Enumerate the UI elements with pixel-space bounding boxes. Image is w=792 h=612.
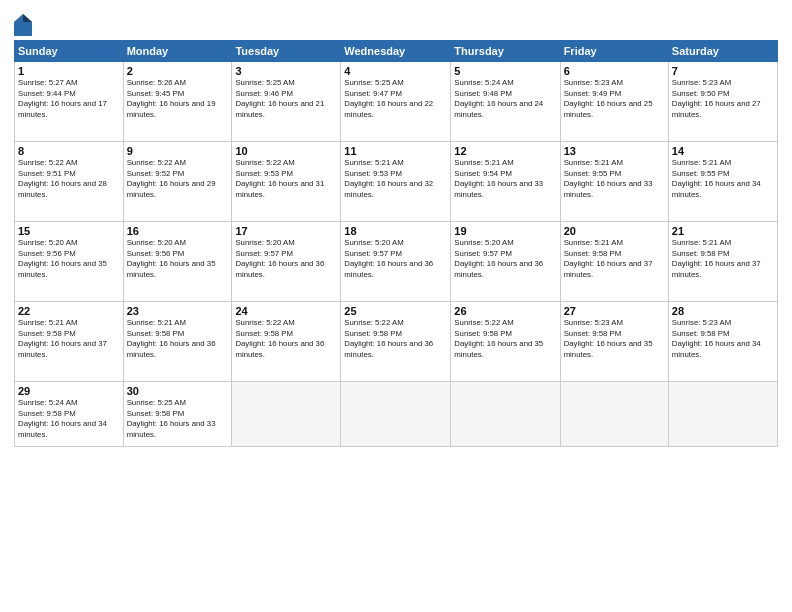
weekday-header-friday: Friday bbox=[560, 41, 668, 62]
day-info: Sunrise: 5:20 AMSunset: 9:57 PMDaylight:… bbox=[344, 238, 447, 280]
calendar-week-1: 1Sunrise: 5:27 AMSunset: 9:44 PMDaylight… bbox=[15, 62, 778, 142]
day-number: 27 bbox=[564, 305, 665, 317]
calendar-cell-5: 5Sunrise: 5:24 AMSunset: 9:48 PMDaylight… bbox=[451, 62, 560, 142]
day-info: Sunrise: 5:21 AMSunset: 9:55 PMDaylight:… bbox=[564, 158, 665, 200]
day-info: Sunrise: 5:22 AMSunset: 9:58 PMDaylight:… bbox=[454, 318, 556, 360]
calendar-cell-25: 25Sunrise: 5:22 AMSunset: 9:58 PMDayligh… bbox=[341, 302, 451, 382]
day-number: 30 bbox=[127, 385, 229, 397]
calendar-cell-16: 16Sunrise: 5:20 AMSunset: 9:56 PMDayligh… bbox=[123, 222, 232, 302]
calendar-cell-empty bbox=[451, 382, 560, 447]
day-number: 7 bbox=[672, 65, 774, 77]
day-info: Sunrise: 5:21 AMSunset: 9:55 PMDaylight:… bbox=[672, 158, 774, 200]
weekday-header-monday: Monday bbox=[123, 41, 232, 62]
day-info: Sunrise: 5:21 AMSunset: 9:54 PMDaylight:… bbox=[454, 158, 556, 200]
calendar-cell-26: 26Sunrise: 5:22 AMSunset: 9:58 PMDayligh… bbox=[451, 302, 560, 382]
day-number: 22 bbox=[18, 305, 120, 317]
calendar-cell-17: 17Sunrise: 5:20 AMSunset: 9:57 PMDayligh… bbox=[232, 222, 341, 302]
day-number: 10 bbox=[235, 145, 337, 157]
day-info: Sunrise: 5:23 AMSunset: 9:50 PMDaylight:… bbox=[672, 78, 774, 120]
calendar-week-2: 8Sunrise: 5:22 AMSunset: 9:51 PMDaylight… bbox=[15, 142, 778, 222]
day-info: Sunrise: 5:21 AMSunset: 9:58 PMDaylight:… bbox=[18, 318, 120, 360]
calendar-week-4: 22Sunrise: 5:21 AMSunset: 9:58 PMDayligh… bbox=[15, 302, 778, 382]
day-info: Sunrise: 5:22 AMSunset: 9:58 PMDaylight:… bbox=[344, 318, 447, 360]
calendar-cell-empty bbox=[560, 382, 668, 447]
day-info: Sunrise: 5:23 AMSunset: 9:58 PMDaylight:… bbox=[672, 318, 774, 360]
day-number: 17 bbox=[235, 225, 337, 237]
calendar-cell-20: 20Sunrise: 5:21 AMSunset: 9:58 PMDayligh… bbox=[560, 222, 668, 302]
calendar-cell-empty bbox=[232, 382, 341, 447]
header bbox=[14, 10, 778, 36]
calendar-cell-30: 30Sunrise: 5:25 AMSunset: 9:58 PMDayligh… bbox=[123, 382, 232, 447]
day-info: Sunrise: 5:26 AMSunset: 9:45 PMDaylight:… bbox=[127, 78, 229, 120]
day-number: 2 bbox=[127, 65, 229, 77]
calendar-cell-2: 2Sunrise: 5:26 AMSunset: 9:45 PMDaylight… bbox=[123, 62, 232, 142]
calendar-cell-11: 11Sunrise: 5:21 AMSunset: 9:53 PMDayligh… bbox=[341, 142, 451, 222]
weekday-header-wednesday: Wednesday bbox=[341, 41, 451, 62]
day-number: 23 bbox=[127, 305, 229, 317]
day-number: 4 bbox=[344, 65, 447, 77]
day-info: Sunrise: 5:23 AMSunset: 9:58 PMDaylight:… bbox=[564, 318, 665, 360]
calendar-cell-23: 23Sunrise: 5:21 AMSunset: 9:58 PMDayligh… bbox=[123, 302, 232, 382]
calendar-cell-6: 6Sunrise: 5:23 AMSunset: 9:49 PMDaylight… bbox=[560, 62, 668, 142]
calendar-cell-empty bbox=[341, 382, 451, 447]
calendar-week-5: 29Sunrise: 5:24 AMSunset: 9:58 PMDayligh… bbox=[15, 382, 778, 447]
day-info: Sunrise: 5:25 AMSunset: 9:58 PMDaylight:… bbox=[127, 398, 229, 440]
day-info: Sunrise: 5:20 AMSunset: 9:56 PMDaylight:… bbox=[127, 238, 229, 280]
day-info: Sunrise: 5:20 AMSunset: 9:57 PMDaylight:… bbox=[454, 238, 556, 280]
day-info: Sunrise: 5:22 AMSunset: 9:58 PMDaylight:… bbox=[235, 318, 337, 360]
logo-icon bbox=[14, 14, 32, 36]
day-number: 29 bbox=[18, 385, 120, 397]
day-number: 28 bbox=[672, 305, 774, 317]
calendar-cell-19: 19Sunrise: 5:20 AMSunset: 9:57 PMDayligh… bbox=[451, 222, 560, 302]
calendar-cell-15: 15Sunrise: 5:20 AMSunset: 9:56 PMDayligh… bbox=[15, 222, 124, 302]
day-number: 8 bbox=[18, 145, 120, 157]
calendar-cell-10: 10Sunrise: 5:22 AMSunset: 9:53 PMDayligh… bbox=[232, 142, 341, 222]
calendar-cell-24: 24Sunrise: 5:22 AMSunset: 9:58 PMDayligh… bbox=[232, 302, 341, 382]
day-number: 11 bbox=[344, 145, 447, 157]
weekday-header-row: SundayMondayTuesdayWednesdayThursdayFrid… bbox=[15, 41, 778, 62]
weekday-header-tuesday: Tuesday bbox=[232, 41, 341, 62]
day-info: Sunrise: 5:21 AMSunset: 9:58 PMDaylight:… bbox=[564, 238, 665, 280]
day-number: 3 bbox=[235, 65, 337, 77]
day-info: Sunrise: 5:24 AMSunset: 9:58 PMDaylight:… bbox=[18, 398, 120, 440]
calendar-page: SundayMondayTuesdayWednesdayThursdayFrid… bbox=[0, 0, 792, 612]
day-number: 1 bbox=[18, 65, 120, 77]
calendar-cell-18: 18Sunrise: 5:20 AMSunset: 9:57 PMDayligh… bbox=[341, 222, 451, 302]
day-info: Sunrise: 5:20 AMSunset: 9:56 PMDaylight:… bbox=[18, 238, 120, 280]
day-info: Sunrise: 5:21 AMSunset: 9:58 PMDaylight:… bbox=[127, 318, 229, 360]
weekday-header-thursday: Thursday bbox=[451, 41, 560, 62]
calendar-cell-3: 3Sunrise: 5:25 AMSunset: 9:46 PMDaylight… bbox=[232, 62, 341, 142]
calendar-cell-empty bbox=[668, 382, 777, 447]
day-number: 18 bbox=[344, 225, 447, 237]
calendar-cell-14: 14Sunrise: 5:21 AMSunset: 9:55 PMDayligh… bbox=[668, 142, 777, 222]
calendar-cell-29: 29Sunrise: 5:24 AMSunset: 9:58 PMDayligh… bbox=[15, 382, 124, 447]
weekday-header-saturday: Saturday bbox=[668, 41, 777, 62]
calendar-cell-9: 9Sunrise: 5:22 AMSunset: 9:52 PMDaylight… bbox=[123, 142, 232, 222]
calendar-cell-8: 8Sunrise: 5:22 AMSunset: 9:51 PMDaylight… bbox=[15, 142, 124, 222]
calendar-cell-13: 13Sunrise: 5:21 AMSunset: 9:55 PMDayligh… bbox=[560, 142, 668, 222]
day-info: Sunrise: 5:24 AMSunset: 9:48 PMDaylight:… bbox=[454, 78, 556, 120]
svg-marker-1 bbox=[23, 14, 32, 22]
calendar-cell-12: 12Sunrise: 5:21 AMSunset: 9:54 PMDayligh… bbox=[451, 142, 560, 222]
day-info: Sunrise: 5:22 AMSunset: 9:53 PMDaylight:… bbox=[235, 158, 337, 200]
day-info: Sunrise: 5:21 AMSunset: 9:58 PMDaylight:… bbox=[672, 238, 774, 280]
day-number: 6 bbox=[564, 65, 665, 77]
day-number: 15 bbox=[18, 225, 120, 237]
day-info: Sunrise: 5:25 AMSunset: 9:46 PMDaylight:… bbox=[235, 78, 337, 120]
day-info: Sunrise: 5:21 AMSunset: 9:53 PMDaylight:… bbox=[344, 158, 447, 200]
day-info: Sunrise: 5:23 AMSunset: 9:49 PMDaylight:… bbox=[564, 78, 665, 120]
day-number: 9 bbox=[127, 145, 229, 157]
calendar-cell-22: 22Sunrise: 5:21 AMSunset: 9:58 PMDayligh… bbox=[15, 302, 124, 382]
calendar-cell-4: 4Sunrise: 5:25 AMSunset: 9:47 PMDaylight… bbox=[341, 62, 451, 142]
day-number: 12 bbox=[454, 145, 556, 157]
day-number: 21 bbox=[672, 225, 774, 237]
calendar-cell-1: 1Sunrise: 5:27 AMSunset: 9:44 PMDaylight… bbox=[15, 62, 124, 142]
calendar-cell-27: 27Sunrise: 5:23 AMSunset: 9:58 PMDayligh… bbox=[560, 302, 668, 382]
day-number: 20 bbox=[564, 225, 665, 237]
day-info: Sunrise: 5:27 AMSunset: 9:44 PMDaylight:… bbox=[18, 78, 120, 120]
day-info: Sunrise: 5:22 AMSunset: 9:51 PMDaylight:… bbox=[18, 158, 120, 200]
day-number: 26 bbox=[454, 305, 556, 317]
day-info: Sunrise: 5:20 AMSunset: 9:57 PMDaylight:… bbox=[235, 238, 337, 280]
day-info: Sunrise: 5:22 AMSunset: 9:52 PMDaylight:… bbox=[127, 158, 229, 200]
day-number: 25 bbox=[344, 305, 447, 317]
